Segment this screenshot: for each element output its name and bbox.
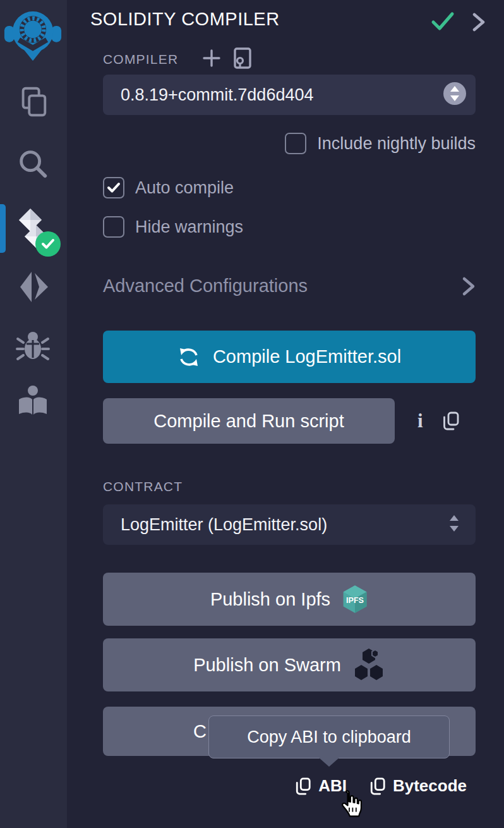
checkbox-check-icon xyxy=(107,182,121,193)
page-title: SOLIDITY COMPILER xyxy=(90,9,280,30)
auto-compile-checkbox[interactable] xyxy=(103,177,124,198)
compile-and-run-button[interactable]: Compile and Run script xyxy=(103,398,395,444)
add-custom-compiler-icon[interactable] xyxy=(202,49,221,70)
mouse-cursor-hand-icon xyxy=(337,789,364,820)
compiler-version-value: 0.8.19+commit.7dd6d404 xyxy=(103,85,313,105)
refresh-icon xyxy=(177,347,200,367)
compile-button[interactable]: Compile LogEmitter.sol xyxy=(103,331,476,383)
include-nightly-checkbox[interactable] xyxy=(285,133,306,154)
svg-text:IPFS: IPFS xyxy=(346,596,364,605)
compiler-label: COMPILER xyxy=(103,52,178,67)
swarm-logo-icon xyxy=(352,647,385,683)
sidebar-item-deploy-and-run[interactable] xyxy=(0,268,66,303)
copy-abi-tooltip-text: Copy ABI to clipboard xyxy=(247,728,411,747)
compilation-details-visible-label: C xyxy=(193,721,207,741)
publish-swarm-label: Publish on Swarm xyxy=(193,655,341,676)
sidebar-item-search[interactable] xyxy=(0,147,66,181)
compiler-license-file-icon[interactable] xyxy=(232,47,253,72)
auto-compile-row: Auto compile xyxy=(103,177,476,198)
file-explorer-icon xyxy=(16,85,50,119)
publish-ipfs-label: Publish on Ipfs xyxy=(210,589,330,610)
copy-row: ABI Bytecode xyxy=(103,776,476,796)
compile-and-run-row: Compile and Run script i xyxy=(103,398,476,444)
include-nightly-row: Include nightly builds xyxy=(103,133,476,154)
panel-collapse-chevron-icon[interactable] xyxy=(471,11,486,35)
search-icon xyxy=(16,147,50,181)
tooltip-caret xyxy=(318,757,340,767)
compiler-version-select[interactable]: 0.8.19+commit.7dd6d404 xyxy=(103,75,476,115)
sidebar-item-debugger[interactable] xyxy=(0,329,66,362)
remix-logo-icon xyxy=(4,4,62,62)
contract-select-value: LogEmitter (LogEmitter.sol) xyxy=(103,515,327,535)
compile-success-badge xyxy=(35,231,61,257)
copy-icon xyxy=(369,777,386,796)
advanced-configurations-row[interactable]: Advanced Configurations xyxy=(103,276,476,296)
compile-and-run-label: Compile and Run script xyxy=(153,411,344,432)
hide-warnings-label: Hide warnings xyxy=(135,217,243,237)
info-icon[interactable]: i xyxy=(417,410,423,432)
sidebar-item-solidity-compiler[interactable] xyxy=(0,207,66,252)
hide-warnings-row: Hide warnings xyxy=(103,216,476,238)
icon-sidebar xyxy=(0,0,68,828)
copy-bytecode-button[interactable]: Bytecode xyxy=(369,776,467,796)
remix-solidity-compiler-screen: SOLIDITY COMPILER COMPILER xyxy=(0,0,504,828)
deploy-and-run-icon xyxy=(15,268,51,303)
advanced-expand-chevron-icon xyxy=(462,276,476,296)
contract-select[interactable]: LogEmitter (LogEmitter.sol) xyxy=(103,504,476,545)
badge-check-icon xyxy=(41,238,55,250)
include-nightly-label: Include nightly builds xyxy=(317,134,476,154)
sidebar-item-file-explorer[interactable] xyxy=(0,85,66,119)
publish-swarm-button[interactable]: Publish on Swarm xyxy=(103,638,476,691)
sidebar-item-plugin-book[interactable] xyxy=(0,383,66,418)
auto-compile-label: Auto compile xyxy=(135,178,234,198)
book-reader-icon xyxy=(15,383,51,418)
compiler-section-header: COMPILER xyxy=(103,47,253,72)
compile-button-label: Compile LogEmitter.sol xyxy=(213,346,401,367)
copy-icon xyxy=(295,777,311,796)
compile-success-check-icon xyxy=(431,11,455,34)
select-sort-icon xyxy=(443,82,467,108)
debugger-icon xyxy=(15,329,51,362)
hide-warnings-checkbox[interactable] xyxy=(103,216,124,238)
ipfs-logo-icon: IPFS xyxy=(342,585,368,614)
contract-select-arrows-icon xyxy=(448,513,460,536)
contract-label: CONTRACT xyxy=(103,479,183,494)
copy-script-icon[interactable] xyxy=(442,411,460,431)
remix-logo xyxy=(0,4,66,62)
copy-bytecode-label: Bytecode xyxy=(393,776,467,796)
advanced-configurations-label: Advanced Configurations xyxy=(103,276,308,296)
copy-abi-tooltip: Copy ABI to clipboard xyxy=(208,715,450,758)
solidity-compiler-panel: SOLIDITY COMPILER COMPILER xyxy=(67,0,504,828)
publish-ipfs-button[interactable]: Publish on Ipfs IPFS xyxy=(103,573,476,626)
